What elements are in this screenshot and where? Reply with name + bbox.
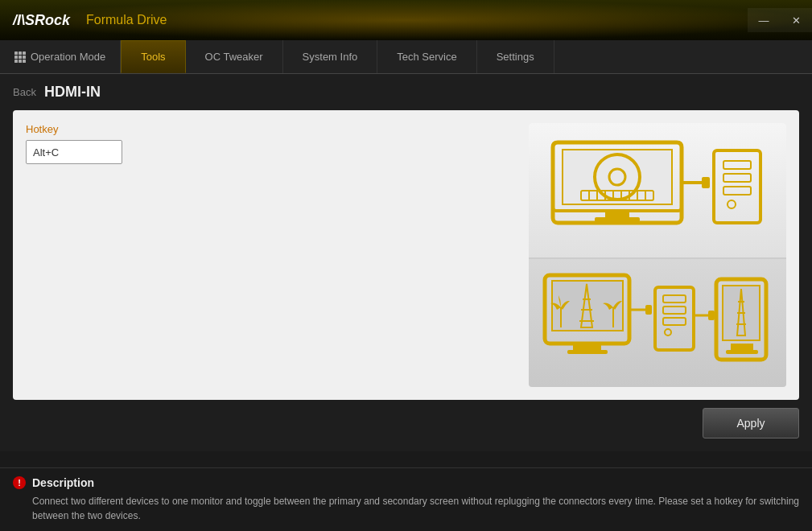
- svg-rect-16: [702, 177, 710, 188]
- main-panel: Hotkey: [13, 110, 799, 400]
- grid-icon: [14, 51, 26, 63]
- hotkey-label: Hotkey: [26, 123, 516, 135]
- description-text: Connect two different devices to one mon…: [13, 494, 799, 523]
- svg-rect-18: [723, 161, 751, 169]
- tab-system-info-label: System Info: [303, 51, 358, 63]
- desc-header: ! Description: [13, 476, 799, 489]
- apply-area: Apply: [13, 400, 799, 442]
- diagram-bottom-svg: [541, 271, 774, 376]
- tab-tools[interactable]: Tools: [121, 40, 185, 73]
- back-button[interactable]: Back: [13, 86, 36, 98]
- diagram-top: [529, 123, 786, 259]
- svg-rect-34: [663, 295, 686, 303]
- minimize-button[interactable]: —: [748, 8, 780, 32]
- tab-operation-mode-label: Operation Mode: [31, 51, 105, 63]
- tab-settings[interactable]: Settings: [477, 40, 554, 73]
- apply-button[interactable]: Apply: [703, 408, 799, 438]
- svg-rect-38: [708, 311, 715, 320]
- window-controls: — ✕: [748, 0, 812, 40]
- svg-rect-15: [595, 217, 640, 222]
- app-logo: /I\SRock: [13, 12, 70, 29]
- diagram-panel: [529, 123, 786, 387]
- content-area: Back HDMI-IN Hotkey: [0, 74, 812, 451]
- page-title: HDMI-IN: [44, 84, 101, 101]
- app-title: Formula Drive: [86, 13, 167, 27]
- svg-rect-31: [567, 350, 608, 354]
- titlebar: /I\SRock Formula Drive — ✕: [0, 0, 812, 40]
- navbar: Operation Mode Tools OC Tweaker System I…: [0, 40, 812, 74]
- svg-rect-20: [723, 187, 751, 195]
- tab-tech-service-label: Tech Service: [397, 51, 456, 63]
- tab-settings-label: Settings: [497, 51, 534, 63]
- tab-tech-service[interactable]: Tech Service: [377, 40, 476, 73]
- svg-rect-19: [723, 174, 751, 182]
- svg-point-37: [665, 329, 671, 335]
- svg-rect-36: [663, 318, 686, 325]
- svg-rect-2: [563, 150, 672, 204]
- diagram-top-svg: [545, 138, 770, 243]
- svg-rect-45: [731, 344, 753, 350]
- diagram-bottom: [529, 259, 786, 387]
- tab-operation-mode[interactable]: Operation Mode: [0, 40, 121, 73]
- left-panel: Hotkey: [26, 123, 516, 387]
- tab-oc-tweaker[interactable]: OC Tweaker: [186, 40, 283, 73]
- svg-rect-35: [663, 307, 686, 314]
- tab-system-info[interactable]: System Info: [283, 40, 378, 73]
- svg-rect-14: [605, 211, 629, 217]
- description-area: ! Description Connect two different devi…: [0, 467, 812, 531]
- tab-tools-label: Tools: [141, 51, 165, 63]
- close-button[interactable]: ✕: [780, 8, 812, 32]
- breadcrumb: Back HDMI-IN: [13, 84, 799, 101]
- svg-point-21: [728, 200, 736, 208]
- hotkey-input[interactable]: [26, 140, 122, 164]
- svg-rect-32: [645, 305, 652, 315]
- description-icon: !: [13, 476, 26, 489]
- description-title: Description: [32, 476, 94, 489]
- svg-rect-46: [726, 350, 758, 354]
- svg-rect-30: [573, 344, 601, 350]
- tab-oc-tweaker-label: OC Tweaker: [205, 51, 263, 63]
